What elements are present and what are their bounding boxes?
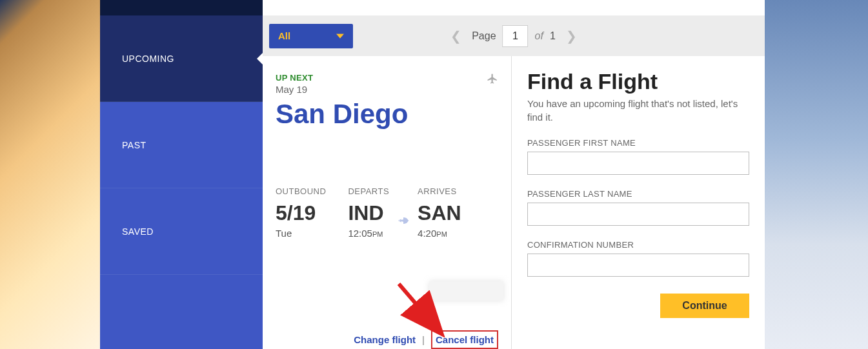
page-label: Page — [472, 30, 496, 42]
airplane-icon — [487, 73, 498, 87]
page-total: 1 — [550, 30, 556, 42]
sidebar-header-spacer — [100, 0, 263, 15]
departs-column: DEPARTS IND 12:05PM — [348, 186, 389, 239]
arrives-column: ARRIVES SAN 4:20PM — [418, 186, 461, 239]
flight-card: UP NEXT May 19 San Diego OUTBOUND 5/19 T… — [263, 56, 512, 349]
destination-name: San Diego — [276, 99, 498, 130]
last-name-input[interactable] — [527, 203, 749, 226]
departs-time: 12:05PM — [348, 228, 389, 239]
sidebar-item-label: UPCOMING — [122, 54, 174, 64]
departs-code: IND — [348, 201, 389, 225]
filter-dropdown[interactable]: All — [269, 24, 353, 48]
sidebar-item-label: SAVED — [122, 226, 154, 237]
arrives-label: ARRIVES — [418, 186, 461, 196]
outbound-column: OUTBOUND 5/19 Tue — [276, 186, 326, 239]
action-separator: | — [422, 334, 425, 345]
find-flight-panel: Find a Flight You have an upcoming fligh… — [512, 56, 765, 349]
pagination: ❮ Page of 1 ❯ — [447, 25, 581, 47]
outbound-label: OUTBOUND — [276, 186, 326, 196]
flight-actions: Change flight | Cancel flight — [354, 330, 498, 349]
page-current-input[interactable] — [503, 25, 529, 47]
sidebar-item-upcoming[interactable]: UPCOMING — [100, 15, 263, 102]
outbound-day: Tue — [276, 228, 326, 239]
last-name-label: PASSENGER LAST NAME — [527, 189, 749, 199]
first-name-label: PASSENGER FIRST NAME — [527, 138, 749, 148]
filter-bar: All ❮ Page of 1 ❯ — [263, 15, 765, 56]
sidebar: UPCOMING PAST SAVED — [100, 0, 263, 349]
route-plane-icon — [397, 214, 410, 230]
first-name-input[interactable] — [527, 152, 749, 175]
departs-label: DEPARTS — [348, 186, 389, 196]
arrives-time: 4:20PM — [418, 228, 461, 239]
continue-button[interactable]: Continue — [660, 294, 749, 318]
filter-selected-label: All — [278, 30, 290, 41]
page-prev-icon[interactable]: ❮ — [447, 28, 465, 44]
sidebar-item-saved[interactable]: SAVED — [100, 188, 263, 275]
main-content: All ❮ Page of 1 ❯ UP NEXT May 19 San Die… — [263, 0, 765, 349]
cancel-flight-link[interactable]: Cancel flight — [431, 330, 498, 349]
page-of-label: of — [535, 30, 543, 42]
find-flight-subtitle: You have an upcoming flight that's not l… — [527, 97, 749, 124]
outbound-date: 5/19 — [276, 201, 326, 225]
find-flight-title: Find a Flight — [527, 69, 749, 94]
confirmation-input[interactable] — [527, 254, 749, 277]
page-next-icon[interactable]: ❯ — [562, 28, 581, 44]
sidebar-item-past[interactable]: PAST — [100, 102, 263, 188]
arrives-code: SAN — [418, 201, 461, 225]
change-flight-link[interactable]: Change flight — [354, 334, 416, 345]
upnext-label: UP NEXT — [276, 73, 498, 83]
upnext-date: May 19 — [276, 84, 498, 95]
redacted-area — [429, 281, 503, 301]
chevron-down-icon — [336, 34, 344, 38]
sidebar-item-label: PAST — [122, 140, 146, 150]
confirmation-label: CONFIRMATION NUMBER — [527, 240, 749, 250]
